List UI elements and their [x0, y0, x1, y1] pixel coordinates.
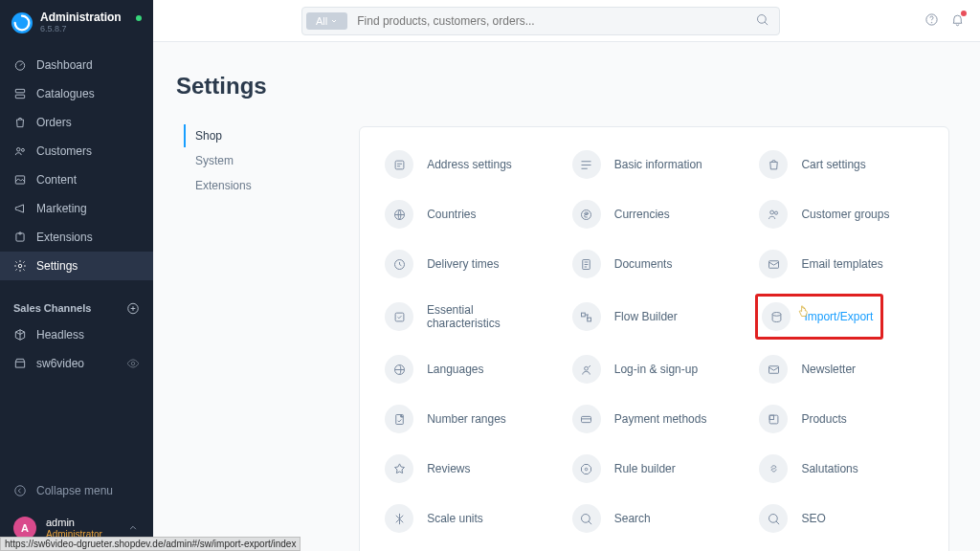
- tile-reviews[interactable]: Reviews: [383, 451, 551, 487]
- global-search[interactable]: All: [301, 7, 780, 35]
- channel-label: sw6video: [36, 357, 84, 370]
- tile-products[interactable]: Products: [757, 401, 925, 437]
- search-input[interactable]: [347, 14, 746, 28]
- tile-documents[interactable]: Documents: [570, 246, 739, 282]
- users-icon: [13, 144, 27, 158]
- tile-import-export[interactable]: Import/Export: [757, 296, 925, 338]
- svg-point-19: [774, 211, 777, 214]
- chevron-left-circle-icon: [13, 484, 27, 497]
- sidebar: Administration 6.5.8.7 Dashboard Catalog…: [0, 0, 153, 551]
- svg-point-36: [768, 514, 777, 522]
- tile-icon: [572, 454, 601, 483]
- tab-extensions[interactable]: Extensions: [184, 174, 326, 197]
- tile-seo[interactable]: SEO: [757, 500, 925, 537]
- tile-icon: [572, 405, 601, 433]
- tile-email-templates[interactable]: Email templates: [757, 246, 925, 282]
- tile-icon: [385, 355, 413, 384]
- tab-system[interactable]: System: [184, 149, 326, 172]
- nav-settings[interactable]: Settings: [0, 252, 153, 280]
- tile-label: SEO: [801, 512, 825, 525]
- settings-grid: Address settingsBasic informationCart se…: [383, 146, 925, 551]
- layers-icon: [13, 87, 27, 100]
- tile-icon: [385, 250, 413, 278]
- channel-sw6video[interactable]: sw6video: [0, 349, 153, 378]
- tile-address-settings[interactable]: Address settings: [383, 146, 551, 183]
- nav-orders[interactable]: Orders: [0, 108, 153, 137]
- svg-point-11: [15, 486, 26, 496]
- nav-extensions[interactable]: Extensions: [0, 223, 153, 252]
- nav-dashboard[interactable]: Dashboard: [0, 51, 153, 79]
- tile-label: Scale units: [427, 512, 483, 525]
- svg-rect-1: [15, 90, 24, 94]
- collapse-label: Collapse menu: [36, 484, 113, 497]
- tile-label: Payment methods: [614, 412, 707, 426]
- tile-icon: [385, 454, 413, 483]
- tab-shop[interactable]: Shop: [184, 124, 326, 147]
- tile-label: Salutations: [801, 462, 858, 475]
- tile-countries[interactable]: Countries: [383, 196, 551, 232]
- tile-icon: [572, 504, 601, 533]
- tile-cart-settings[interactable]: Cart settings: [757, 146, 925, 183]
- tile-label: Reviews: [427, 462, 470, 475]
- tile-icon: [762, 302, 791, 331]
- tile-search[interactable]: Search: [570, 500, 739, 537]
- tile-label: Number ranges: [427, 412, 506, 426]
- tile-icon: [385, 150, 413, 179]
- nav-marketing[interactable]: Marketing: [0, 194, 153, 223]
- svg-rect-2: [15, 95, 24, 99]
- tile-icon: [572, 250, 601, 278]
- nav-customers[interactable]: Customers: [0, 137, 153, 165]
- tile-icon: [572, 150, 601, 179]
- notifications-icon[interactable]: [950, 12, 965, 30]
- svg-rect-24: [582, 313, 586, 317]
- tile-log-in-sign-up[interactable]: Log-in & sign-up: [570, 351, 739, 387]
- help-icon[interactable]: [924, 12, 939, 30]
- collapse-menu[interactable]: Collapse menu: [0, 474, 153, 507]
- search-icon[interactable]: [746, 12, 779, 30]
- tile-languages[interactable]: Languages: [383, 351, 551, 387]
- nav-label: Orders: [36, 116, 72, 129]
- tile-label: Customer groups: [801, 208, 889, 221]
- tile-icon: [759, 250, 788, 278]
- svg-point-3: [17, 148, 21, 152]
- tile-scale-units[interactable]: Scale units: [383, 500, 551, 537]
- sales-channels-heading: Sales Channels: [0, 288, 153, 320]
- tile-delivery-times[interactable]: Delivery times: [383, 246, 551, 282]
- tile-label: Flow Builder: [614, 310, 678, 323]
- svg-rect-29: [768, 365, 778, 373]
- settings-tabs-col: Shop System Extensions: [184, 124, 326, 551]
- tile-payment-methods[interactable]: Payment methods: [570, 401, 739, 437]
- status-dot-icon: [136, 15, 142, 21]
- channel-headless[interactable]: Headless: [0, 320, 153, 349]
- tile-currencies[interactable]: Currencies: [570, 196, 739, 232]
- tab-label: Extensions: [195, 179, 252, 192]
- brand-block: Administration 6.5.8.7: [0, 0, 153, 47]
- tile-basic-information[interactable]: Basic information: [570, 146, 739, 183]
- tile-newsletter[interactable]: Newsletter: [757, 351, 925, 387]
- tile-label: Products: [801, 412, 846, 426]
- tile-icon: [385, 504, 413, 533]
- nav-content[interactable]: Content: [0, 165, 153, 194]
- search-scope-all[interactable]: All: [306, 12, 347, 30]
- tile-essential-characteristics[interactable]: Essential characteristics: [383, 296, 551, 338]
- tile-icon: [759, 454, 788, 483]
- eye-icon[interactable]: [126, 357, 140, 370]
- svg-point-8: [18, 264, 22, 268]
- nav-label: Extensions: [36, 231, 93, 244]
- tile-flow-builder[interactable]: Flow Builder: [570, 296, 739, 338]
- tile-salutations[interactable]: Salutations: [757, 451, 925, 487]
- tile-rule-builder[interactable]: Rule builder: [570, 451, 739, 487]
- tile-label: Newsletter: [801, 363, 856, 376]
- tile-label: Email templates: [801, 257, 882, 271]
- tile-label: Rule builder: [614, 462, 676, 475]
- tile-customer-groups[interactable]: Customer groups: [757, 196, 925, 232]
- nav-catalogues[interactable]: Catalogues: [0, 79, 153, 108]
- puzzle-icon: [13, 231, 27, 244]
- plus-circle-icon[interactable]: [126, 301, 140, 315]
- svg-rect-31: [582, 416, 591, 422]
- settings-tabs: Shop System Extensions: [184, 124, 326, 197]
- tile-label: Address settings: [427, 158, 512, 171]
- tile-icon: [572, 200, 601, 229]
- svg-point-14: [931, 22, 932, 23]
- tile-number-ranges[interactable]: Number ranges: [383, 401, 551, 437]
